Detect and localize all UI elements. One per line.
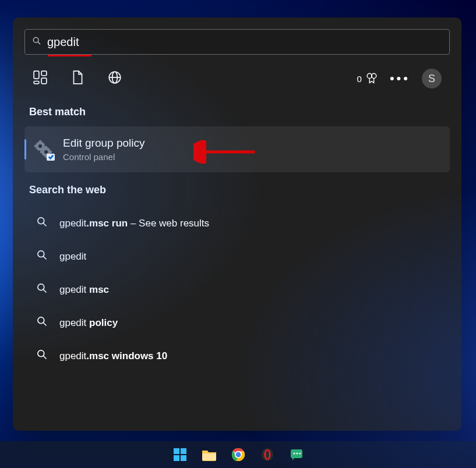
svg-point-29: [38, 317, 44, 324]
svg-point-23: [38, 218, 44, 224]
svg-point-46: [296, 452, 298, 454]
svg-point-40: [235, 451, 241, 458]
svg-point-38: [232, 448, 245, 461]
best-match-result[interactable]: Edit group policy Control panel: [24, 126, 450, 172]
best-match-heading: Best match: [24, 94, 450, 126]
chrome-icon[interactable]: [230, 446, 246, 463]
user-avatar[interactable]: S: [422, 69, 442, 88]
gear-icon: [34, 140, 54, 159]
svg-point-39: [235, 452, 241, 458]
more-options-button[interactable]: •••: [390, 71, 410, 86]
svg-point-25: [38, 251, 44, 257]
svg-point-31: [38, 350, 44, 357]
svg-rect-44: [291, 449, 302, 458]
svg-line-32: [44, 356, 47, 359]
svg-rect-16: [34, 145, 37, 147]
svg-rect-3: [41, 71, 47, 76]
svg-rect-5: [34, 81, 39, 84]
svg-point-9: [367, 73, 372, 78]
svg-line-28: [44, 290, 47, 293]
search-box[interactable]: [24, 29, 450, 55]
svg-point-7: [112, 72, 118, 83]
svg-rect-4: [41, 78, 47, 84]
rewards-count: 0: [357, 74, 362, 84]
start-button[interactable]: [172, 446, 188, 463]
web-result-item[interactable]: gpedit: [24, 240, 450, 273]
svg-point-0: [33, 37, 38, 42]
web-result-item[interactable]: gpedit.msc windows 10: [24, 339, 450, 373]
svg-point-45: [293, 452, 295, 454]
search-icon: [36, 249, 48, 264]
search-input[interactable]: [47, 36, 442, 49]
svg-rect-37: [202, 453, 216, 460]
filter-row: 0 ••• S: [24, 55, 450, 94]
svg-line-1: [38, 42, 40, 44]
svg-line-30: [44, 323, 47, 326]
web-filter-icon[interactable]: [107, 70, 122, 87]
search-icon: [36, 282, 48, 297]
opera-icon[interactable]: [259, 446, 276, 463]
web-result-item[interactable]: gpedit policy: [24, 306, 450, 339]
svg-rect-19: [50, 151, 52, 153]
svg-point-42: [264, 449, 270, 460]
web-result-item[interactable]: gpedit msc: [24, 273, 450, 306]
apps-filter-icon[interactable]: [33, 70, 48, 87]
svg-rect-34: [181, 448, 186, 454]
svg-rect-17: [45, 146, 47, 148]
taskbar: [0, 441, 476, 468]
rewards-badge[interactable]: 0: [357, 72, 378, 85]
web-results-list: gpedit.msc run – See web results gpedit …: [24, 207, 450, 373]
search-icon: [32, 36, 41, 48]
web-result-item[interactable]: gpedit.msc run – See web results: [24, 207, 450, 240]
svg-point-11: [36, 141, 45, 151]
svg-rect-36: [181, 455, 186, 461]
annotation-underline: [48, 55, 91, 56]
svg-rect-35: [174, 455, 179, 461]
svg-rect-15: [39, 140, 41, 143]
shield-check-badge: [47, 154, 55, 161]
svg-rect-2: [34, 71, 39, 79]
search-panel: 0 ••• S Best match Edit group policy Con…: [13, 17, 461, 431]
svg-point-41: [262, 448, 273, 461]
svg-rect-20: [45, 155, 47, 158]
svg-point-47: [299, 452, 301, 454]
svg-rect-33: [174, 448, 179, 454]
svg-point-27: [38, 284, 44, 290]
svg-rect-18: [40, 151, 43, 153]
svg-point-10: [371, 73, 376, 78]
best-match-subtitle: Control panel: [63, 152, 144, 162]
svg-point-14: [44, 150, 48, 154]
svg-point-43: [266, 451, 269, 459]
svg-point-6: [109, 72, 121, 83]
search-icon: [36, 349, 48, 363]
annotation-arrow: [193, 140, 258, 166]
chat-app-icon[interactable]: [288, 446, 305, 463]
avatar-initial: S: [428, 73, 435, 85]
svg-point-12: [41, 147, 51, 157]
svg-line-24: [44, 224, 47, 226]
search-icon: [36, 216, 48, 231]
search-web-heading: Search the web: [24, 172, 450, 204]
file-explorer-icon[interactable]: [201, 446, 217, 463]
documents-filter-icon[interactable]: [70, 70, 85, 87]
svg-point-13: [38, 144, 42, 148]
search-icon: [36, 315, 48, 330]
svg-line-26: [44, 257, 47, 260]
best-match-title: Edit group policy: [63, 137, 144, 150]
